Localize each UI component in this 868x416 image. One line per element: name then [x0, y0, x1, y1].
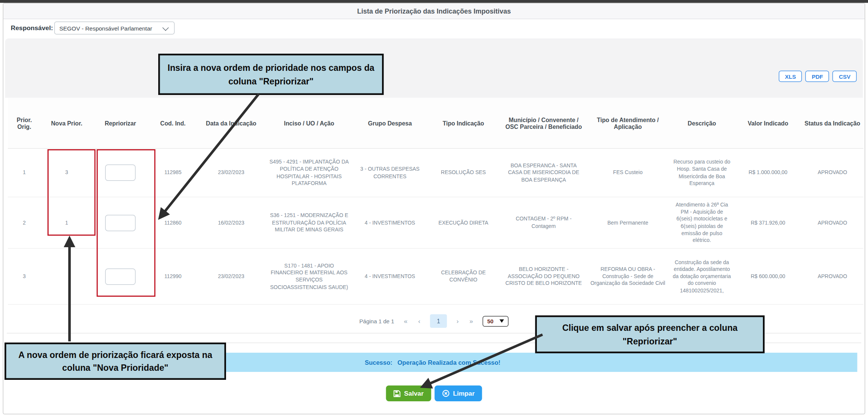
table-row: 1 3 112985 23/02/2023 S495 - 4291 - IMPL…: [8, 148, 863, 197]
page-title: Lista de Priorização das Indicações Impo…: [3, 3, 865, 19]
cell-data-indicacao: 16/02/2023: [198, 197, 264, 249]
responsavel-selected-value: SEGOV - Responsável Parlamentar: [60, 26, 152, 32]
cell-grupo-despesa: 3 - OUTRAS DESPESAS CORRENTES: [354, 148, 426, 197]
pagination-label: Página 1 de 1: [359, 318, 394, 324]
cell-data-indicacao: 23/02/2023: [198, 148, 264, 197]
success-alert-prefix: Sucesso:: [365, 359, 392, 366]
cell-nova-prior: [41, 248, 93, 304]
pagination-next-button[interactable]: ›: [455, 318, 460, 324]
clear-button[interactable]: Limpar: [434, 385, 482, 401]
cell-valor: R$ 371.926,00: [735, 197, 801, 249]
chevron-down-icon: [162, 24, 169, 31]
page-size-select[interactable]: 50: [483, 316, 509, 327]
cell-repriorizar: [93, 197, 148, 249]
pagination-current-page[interactable]: 1: [430, 314, 447, 328]
col-header-atendimento: Tipo de Atendimento / Aplicação: [587, 98, 669, 148]
col-header-inciso: Inciso / UO / Ação: [264, 98, 354, 148]
col-header-nova-prior: Nova Prior.: [41, 98, 93, 148]
circle-x-icon: [442, 390, 449, 398]
table-row: 2 1 112860 16/02/2023 S36 - 1251 - MODER…: [8, 197, 863, 249]
cell-inciso: S170 - 1481 - APOIO FINANCEIRO E MATERIA…: [264, 248, 354, 304]
cell-tipo-indicacao: EXECUÇÃO DIRETA: [426, 197, 501, 249]
pagination-prev-button[interactable]: ‹: [417, 318, 422, 324]
col-header-descricao: Descrição: [669, 98, 735, 148]
cell-prior-orig: 1: [8, 148, 41, 197]
export-buttons: XLS PDF CSV: [779, 71, 857, 82]
cell-tipo-indicacao: CELEBRAÇÃO DE CONVÊNIO: [426, 248, 501, 304]
cell-data-indicacao: 23/02/2023: [198, 248, 264, 304]
responsavel-select[interactable]: SEGOV - Responsável Parlamentar: [54, 21, 175, 35]
cell-descricao: Recurso para custeio do Hosp. Santa Casa…: [669, 148, 735, 197]
annotation-callout-right: Clique em salvar após preencher a coluna…: [535, 315, 765, 353]
chevron-down-icon: [500, 320, 504, 323]
col-header-data-indicacao: Data da Indicação: [198, 98, 264, 148]
cell-cod-ind: 112985: [148, 148, 198, 197]
window-top-strip: [0, 0, 868, 3]
cell-cod-ind: 112990: [148, 248, 198, 304]
cell-atendimento: REFORMA OU OBRA - Construção - Sede de O…: [587, 248, 669, 304]
cell-repriorizar: [93, 148, 148, 197]
save-button-label: Salvar: [404, 390, 424, 397]
app-window: Lista de Priorização das Indicações Impo…: [0, 0, 868, 416]
save-button[interactable]: Salvar: [386, 385, 431, 401]
export-csv-button[interactable]: CSV: [833, 71, 857, 82]
pagination-first-button[interactable]: «: [403, 318, 409, 324]
table-row: 3 112990 23/02/2023 S170 - 1481 - APOIO …: [8, 248, 863, 304]
cell-valor: R$ 600.000,00: [735, 248, 801, 304]
cell-cod-ind: 112860: [148, 197, 198, 249]
success-alert-message: Operação Realizada com Sucesso!: [397, 359, 500, 366]
cell-descricao: Construção da sede da entidade. Apostila…: [669, 248, 735, 304]
cell-repriorizar: [93, 248, 148, 304]
pagination: Página 1 de 1 « ‹ 1 › » 50: [359, 314, 509, 328]
col-header-repriorizar: Repriorizar: [93, 98, 148, 148]
cell-tipo-indicacao: RESOLUÇÃO SES: [426, 148, 501, 197]
col-header-cod-ind: Cod. Ind.: [148, 98, 198, 148]
clear-button-label: Limpar: [453, 390, 475, 397]
responsavel-label: Responsável:: [11, 24, 53, 31]
floppy-disk-icon: [393, 390, 401, 397]
cell-valor: R$ 1.000.000,00: [735, 148, 801, 197]
cell-municipio: BELO HORIZONTE - ASSOCIAÇÃO DO PEQUENO C…: [501, 248, 587, 304]
table-toolbar: [5, 38, 863, 98]
export-pdf-button[interactable]: PDF: [805, 71, 829, 82]
export-xls-button[interactable]: XLS: [779, 71, 802, 82]
cell-grupo-despesa: 4 - INVESTIMENTOS: [354, 197, 426, 249]
cell-inciso: S36 - 1251 - MODERNIZAÇÃO E ESTRUTURAÇÃO…: [264, 197, 354, 249]
cell-grupo-despesa: 4 - INVESTIMENTOS: [354, 248, 426, 304]
col-header-municipio: Município / Convenente / OSC Parceira / …: [501, 98, 587, 148]
repriorizar-input[interactable]: [105, 214, 136, 231]
col-header-valor: Valor Indicado: [735, 98, 801, 148]
cell-nova-prior: 3: [41, 148, 93, 197]
table-header-row: Prior. Orig. Nova Prior. Repriorizar Cod…: [8, 98, 863, 148]
cell-status: APROVADO: [801, 148, 863, 197]
col-header-prior-orig: Prior. Orig.: [8, 98, 41, 148]
repriorizar-input[interactable]: [105, 268, 136, 285]
cell-descricao: Atendimento à 26ª Cia PM - Aquisição de …: [669, 197, 735, 249]
annotation-callout-top: Insira a nova ordem de prioridade nos ca…: [158, 54, 384, 95]
page-size-value: 50: [487, 318, 494, 324]
action-buttons: Salvar Limpar: [3, 385, 865, 401]
cell-atendimento: Bem Permanente: [587, 197, 669, 249]
cell-status: APROVADO: [801, 248, 863, 304]
col-header-status: Status da Indicação: [801, 98, 863, 148]
pagination-last-button[interactable]: »: [468, 318, 474, 324]
cell-municipio: BOA ESPERANCA - SANTA CASA DE MISERICORD…: [501, 148, 587, 197]
cell-prior-orig: 2: [8, 197, 41, 249]
col-header-tipo-indicacao: Tipo Indicação: [426, 98, 501, 148]
cell-atendimento: FES Custeio: [587, 148, 669, 197]
annotation-callout-left: A nova ordem de priorização ficará expos…: [5, 343, 226, 380]
responsavel-row: Responsável: SEGOV - Responsável Parlame…: [3, 19, 865, 38]
cell-status: APROVADO: [801, 197, 863, 249]
priorization-table: Prior. Orig. Nova Prior. Repriorizar Cod…: [8, 98, 863, 305]
repriorizar-input[interactable]: [105, 165, 136, 181]
cell-nova-prior: 1: [41, 197, 93, 249]
col-header-grupo-despesa: Grupo Despesa: [354, 98, 426, 148]
cell-prior-orig: 3: [8, 248, 41, 304]
cell-inciso: S495 - 4291 - IMPLANTAÇÃO DA POLÍTICA DE…: [264, 148, 354, 197]
cell-municipio: CONTAGEM - 2º RPM - Contagem: [501, 197, 587, 249]
